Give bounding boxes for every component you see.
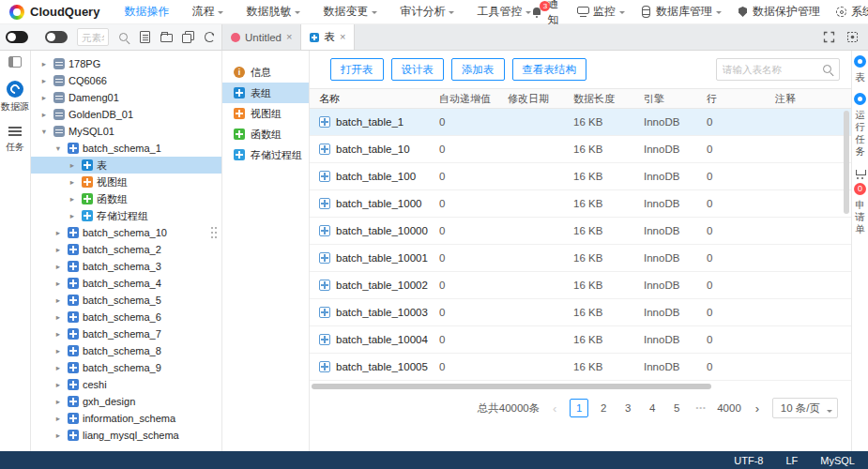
object-group-item[interactable]: 视图组 (222, 103, 309, 124)
side-strip-item[interactable]: 运行任务 (854, 93, 866, 158)
expand-arrow-icon[interactable] (53, 295, 64, 305)
tree-item[interactable]: batch_schema_1 (31, 140, 221, 157)
status-item[interactable]: UTF-8 (734, 455, 763, 466)
column-header-data-length[interactable]: 数据长度 (564, 92, 634, 106)
object-group-item[interactable]: 表组 (222, 83, 309, 103)
menu-item[interactable]: 流程 (191, 4, 223, 20)
page-number-button[interactable]: 3 (618, 399, 637, 417)
activity-item[interactable]: 数据源 (1, 81, 29, 113)
expand-arrow-icon[interactable] (67, 211, 78, 220)
side-strip-item[interactable]: 表 (854, 55, 866, 83)
admin-menu-item[interactable]: 系统管理 (835, 4, 868, 20)
object-group-item[interactable]: 存储过程组 (222, 144, 309, 165)
expand-arrow-icon[interactable] (53, 279, 64, 288)
tree-item[interactable]: liang_mysql_schema (31, 427, 221, 444)
search-icon[interactable] (822, 64, 833, 75)
expand-arrow-icon[interactable] (53, 144, 64, 153)
activity-item[interactable]: 任务 (1, 125, 29, 154)
table-action-button[interactable]: 打开表 (330, 58, 384, 81)
tree-item[interactable]: information_schema (31, 410, 221, 427)
column-header-modified[interactable]: 修改日期 (498, 92, 564, 106)
tree-item[interactable]: batch_schema_5 (31, 292, 221, 309)
tree-item[interactable]: batch_schema_3 (31, 258, 221, 275)
table-row[interactable]: batch_table_10005 0 16 KB InnoDB 0 (310, 354, 851, 381)
close-icon[interactable] (286, 32, 292, 42)
tree-item[interactable]: CQ6066 (31, 72, 221, 89)
table-row[interactable]: batch_table_10000 0 16 KB InnoDB 0 (310, 218, 851, 245)
column-header-comment[interactable]: 注释 (766, 92, 851, 106)
expand-arrow-icon[interactable] (67, 160, 78, 170)
page-number-button[interactable]: 4 (643, 399, 662, 417)
tree-item[interactable]: batch_schema_2 (31, 241, 221, 258)
tree-item[interactable]: 函数组 (31, 190, 221, 207)
tree-item[interactable]: GoldenDB_01 (31, 106, 221, 123)
editor-tab[interactable]: Untitled (222, 24, 301, 50)
expand-arrow-icon[interactable] (53, 414, 64, 423)
table-action-button[interactable]: 添加表 (451, 58, 505, 81)
tree-item[interactable]: batch_schema_6 (31, 309, 221, 325)
status-item[interactable]: MySQL (820, 455, 855, 466)
menu-item[interactable]: 数据操作 (124, 4, 169, 20)
tree-item[interactable]: gxh_design (31, 393, 221, 410)
expand-arrow-icon[interactable] (38, 93, 50, 102)
tree-item[interactable]: batch_schema_8 (31, 342, 221, 359)
table-row[interactable]: batch_table_10001 0 16 KB InnoDB 0 (310, 245, 851, 272)
admin-menu-item[interactable]: 数据库管理 (640, 4, 722, 20)
tree-item[interactable]: batch_schema_7 (31, 325, 221, 342)
tree-item[interactable]: Dameng01 (31, 89, 221, 106)
expand-arrow-icon[interactable] (53, 363, 64, 372)
table-row[interactable]: batch_table_1000 0 16 KB InnoDB 0 (310, 190, 851, 218)
tree-item[interactable]: 178PG (31, 55, 221, 72)
column-header-name[interactable]: 名称 (310, 92, 430, 106)
expand-arrow-icon[interactable] (53, 245, 64, 254)
page-number-button[interactable]: 2 (594, 399, 613, 417)
table-search-input[interactable] (723, 64, 822, 75)
editor-tab[interactable]: 表 (301, 24, 355, 50)
column-header-engine[interactable]: 引擎 (634, 92, 697, 106)
panel-resize-handle[interactable] (211, 227, 219, 240)
tree-item[interactable]: batch_schema_4 (31, 275, 221, 292)
tree-item[interactable]: MySQL01 (31, 123, 221, 140)
object-group-item[interactable]: 信息 (222, 62, 309, 83)
admin-menu-item[interactable]: 数据保护管理 (737, 4, 820, 20)
table-action-button[interactable]: 查看表结构 (512, 58, 587, 81)
refresh-icon[interactable] (204, 31, 216, 43)
table-row[interactable]: batch_table_1 0 16 KB InnoDB 0 (310, 109, 851, 136)
expand-arrow-icon[interactable] (67, 177, 78, 187)
expand-arrow-icon[interactable] (38, 59, 50, 68)
tree-item[interactable]: batch_schema_9 (31, 359, 221, 376)
tree-item[interactable]: 表 (31, 157, 221, 174)
element-search-input[interactable] (82, 32, 104, 43)
expand-arrow-icon[interactable] (38, 76, 50, 85)
expand-arrow-icon[interactable] (53, 228, 64, 237)
expand-arrow-icon[interactable] (53, 431, 64, 440)
theme-toggle[interactable] (6, 31, 28, 43)
expand-arrow-icon[interactable] (53, 329, 64, 339)
admin-menu-item[interactable]: 监控 (577, 4, 625, 20)
fullscreen-icon[interactable] (823, 31, 835, 43)
search-icon[interactable] (118, 32, 129, 43)
next-page-button[interactable] (750, 401, 765, 416)
page-number-button[interactable]: 1 (570, 399, 588, 417)
table-row[interactable]: batch_table_10 0 16 KB InnoDB 0 (310, 136, 851, 163)
menu-item[interactable]: 工具管控 (477, 4, 531, 20)
page-number-button[interactable]: 4000 (716, 399, 742, 417)
tree-item[interactable]: batch_schema_10 (31, 224, 221, 241)
side-strip-item[interactable]: 0 申请单 (854, 167, 866, 235)
table-row[interactable]: batch_table_100 0 16 KB InnoDB 0 (310, 163, 851, 190)
expand-arrow-icon[interactable] (53, 262, 64, 271)
tree-item[interactable]: 存储过程组 (31, 207, 221, 224)
expand-arrow-icon[interactable] (53, 312, 64, 322)
page-size-select[interactable]: 10 条/页 (772, 398, 838, 418)
status-item[interactable]: LF (785, 455, 798, 466)
expand-arrow-icon[interactable] (38, 127, 50, 136)
copy-icon[interactable] (182, 31, 194, 43)
tree-item[interactable]: 视图组 (31, 174, 221, 190)
menu-item[interactable]: 数据变更 (323, 4, 377, 20)
page-number-button[interactable]: ••• (692, 399, 710, 417)
expand-arrow-icon[interactable] (38, 110, 50, 119)
table-row[interactable]: batch_table_10004 0 16 KB InnoDB 0 (310, 326, 851, 354)
vertical-scrollbar[interactable] (844, 111, 849, 214)
table-row[interactable]: batch_table_10003 0 16 KB InnoDB 0 (310, 299, 851, 326)
cloudquery-logo-icon[interactable] (9, 5, 24, 20)
